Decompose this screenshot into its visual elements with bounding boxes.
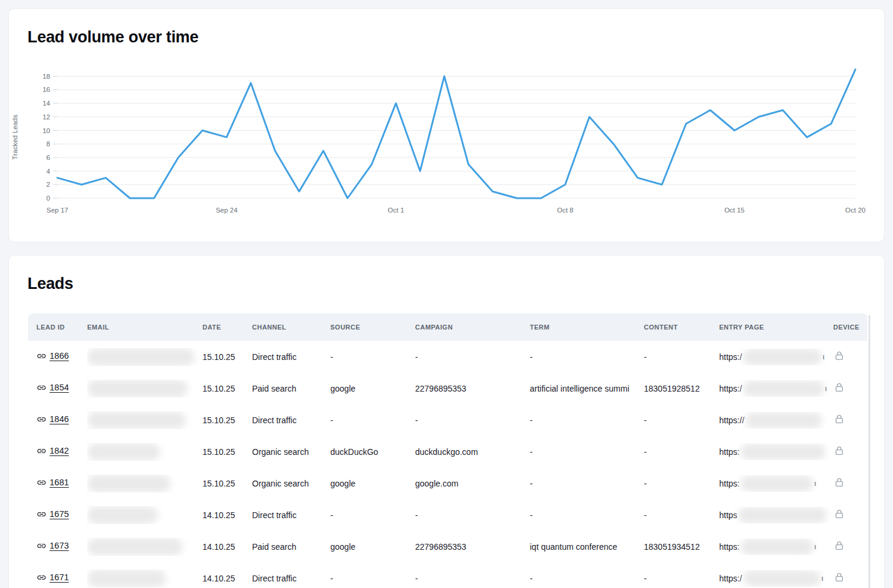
entry-page-prefix: https:: [719, 542, 739, 552]
table-row: 1673 14.10.25 Paid search google 2279689…: [28, 531, 867, 562]
lead-date: 15.10.25: [202, 384, 252, 393]
lead-term: artificial intelligence summi: [530, 384, 644, 393]
entry-page-suffix: ι: [823, 352, 824, 361]
redacted-entry-page: [741, 538, 814, 555]
lead-content: -: [644, 574, 719, 583]
svg-text:Oct 20: Oct 20: [845, 207, 866, 214]
col-header-channel: CHANNEL: [252, 324, 330, 331]
table-row: 1675 14.10.25 Direct traffic - - - - htt…: [28, 499, 867, 531]
lead-source: google: [330, 479, 415, 488]
lead-id-label: 1854: [50, 383, 69, 392]
lead-id-link[interactable]: 1846: [36, 414, 69, 424]
lead-content: -: [644, 479, 719, 488]
link-icon: [36, 572, 47, 583]
lead-id-link[interactable]: 1675: [36, 509, 69, 519]
lead-id-label: 1681: [50, 478, 69, 487]
lead-campaign: -: [415, 574, 530, 583]
redacted-entry-page: [743, 349, 822, 365]
lead-id-label: 1866: [50, 351, 69, 361]
redacted-email: [87, 506, 158, 524]
col-header-device: DEVICE: [833, 324, 863, 331]
lead-campaign: -: [415, 415, 530, 425]
svg-text:6: 6: [47, 154, 50, 161]
lead-campaign: 22796895353: [415, 384, 530, 393]
lead-content: -: [644, 415, 719, 425]
redacted-entry-page: [743, 380, 824, 397]
lock-icon: [833, 571, 845, 583]
lead-id-label: 1675: [50, 509, 69, 519]
svg-text:18: 18: [42, 73, 50, 80]
lead-term: -: [530, 574, 644, 583]
lead-id-link[interactable]: 1866: [36, 351, 69, 361]
leads-table: LEAD ID EMAIL DATE CHANNEL SOURCE CAMPAI…: [28, 313, 867, 588]
lead-content: -: [644, 510, 719, 520]
lead-id-link[interactable]: 1681: [36, 478, 69, 488]
lead-campaign: google.com: [415, 479, 530, 488]
redacted-entry-page: [743, 570, 821, 587]
entry-page-prefix: https://: [719, 415, 744, 425]
lead-term: -: [530, 415, 644, 425]
col-header-source: SOURCE: [330, 324, 415, 331]
lock-icon: [833, 476, 845, 488]
redacted-entry-page: [741, 475, 814, 492]
table-row: 1671 14.10.25 Direct traffic - - - - htt…: [28, 562, 867, 588]
lead-campaign: -: [415, 510, 530, 520]
svg-text:14: 14: [42, 100, 50, 107]
lead-channel: Direct traffic: [252, 415, 330, 425]
lock-icon: [833, 445, 845, 457]
col-header-lead-id: LEAD ID: [36, 324, 87, 331]
col-header-term: TERM: [530, 324, 644, 331]
link-icon: [36, 541, 47, 551]
redacted-email: [87, 380, 188, 398]
table-row: 1842 15.10.25 Organic search duckDuckGo …: [28, 436, 867, 467]
lead-source: -: [330, 574, 415, 583]
link-icon: [36, 509, 47, 519]
table-scrollbar[interactable]: [869, 315, 870, 588]
lead-channel: Direct traffic: [252, 574, 330, 583]
chart-title: Lead volume over time: [27, 28, 198, 47]
svg-text:2: 2: [47, 181, 50, 188]
lead-channel: Direct traffic: [252, 352, 330, 362]
lead-id-link[interactable]: 1673: [36, 541, 69, 551]
lead-source: -: [330, 510, 415, 520]
lead-term: -: [530, 479, 644, 488]
entry-page-prefix: https:: [719, 479, 739, 488]
redacted-entry-page: [745, 412, 822, 429]
lock-icon: [833, 350, 845, 362]
lead-channel: Direct traffic: [252, 510, 330, 520]
lead-date: 14.10.25: [202, 510, 252, 520]
link-icon: [36, 478, 47, 488]
lead-date: 14.10.25: [202, 574, 252, 583]
svg-text:10: 10: [42, 127, 50, 134]
svg-text:16: 16: [42, 86, 50, 93]
col-header-content: CONTENT: [644, 324, 719, 331]
lock-icon: [833, 540, 845, 552]
entry-page-prefix: https:: [719, 447, 739, 457]
lead-channel: Organic search: [252, 479, 330, 488]
lead-volume-line-chart: 024681012141618Sep 17Sep 24Oct 1Oct 8Oct…: [9, 66, 885, 224]
entry-page-suffix: ι: [814, 542, 816, 551]
lead-channel: Organic search: [252, 447, 330, 457]
lead-id-link[interactable]: 1842: [36, 446, 69, 456]
svg-text:Sep 24: Sep 24: [216, 207, 238, 214]
lead-id-link[interactable]: 1854: [36, 383, 69, 393]
lead-term: iqt quantum conference: [530, 542, 644, 552]
lead-date: 15.10.25: [202, 479, 252, 488]
col-header-email: EMAIL: [87, 324, 202, 331]
lead-date: 15.10.25: [202, 447, 252, 457]
lead-source: -: [330, 415, 415, 425]
lock-icon: [833, 413, 845, 425]
svg-text:Oct 15: Oct 15: [725, 207, 745, 214]
entry-page-prefix: https: [719, 510, 737, 520]
redacted-email: [87, 475, 171, 492]
link-icon: [36, 414, 47, 424]
redacted-entry-page: [738, 507, 827, 524]
lead-term: -: [530, 510, 644, 520]
redacted-email: [87, 538, 183, 556]
lead-campaign: 22796895353: [415, 542, 530, 552]
svg-text:Tracked Leads: Tracked Leads: [11, 115, 19, 160]
leads-table-body: 1866 15.10.25 Direct traffic - - - - htt…: [28, 341, 867, 588]
entry-page-suffix: ι: [825, 384, 827, 393]
lead-id-link[interactable]: 1671: [36, 572, 69, 583]
link-icon: [36, 446, 47, 456]
